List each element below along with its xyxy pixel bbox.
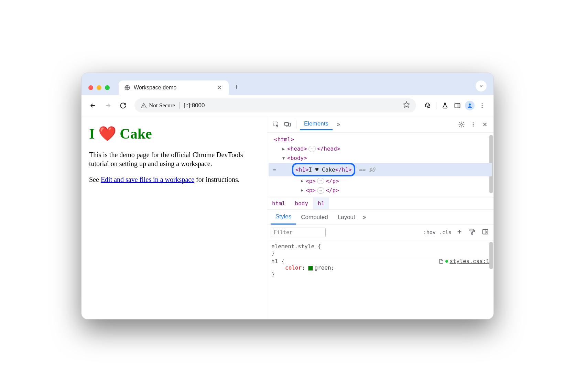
property-name[interactable]: color	[285, 264, 302, 271]
minimize-window-button[interactable]	[97, 85, 101, 90]
labs-button[interactable]	[439, 100, 451, 111]
property-value[interactable]: green;	[314, 264, 334, 271]
tutorial-link[interactable]: Edit and save files in a workspace	[101, 176, 194, 183]
breadcrumb-body[interactable]: body	[290, 197, 313, 209]
tag-text: <p>	[306, 186, 316, 195]
computed-tab[interactable]: Computed	[296, 210, 333, 224]
tag-text: <p>	[306, 176, 316, 186]
devtools-panel: Elements » <html>	[267, 116, 493, 319]
svg-point-5	[482, 107, 483, 108]
element-style-rule[interactable]: element.style { }	[271, 242, 489, 257]
layout-tab[interactable]: Layout	[333, 210, 360, 224]
styles-filter-input[interactable]: Filter	[271, 228, 326, 237]
svg-rect-7	[285, 122, 289, 125]
breadcrumb-h1[interactable]: h1	[313, 197, 329, 209]
browser-toolbar: Not Secure [::]:8000	[82, 95, 493, 116]
dom-node-head[interactable]: ▶ <head> ⋯ </head>	[269, 144, 492, 153]
selection-highlight: <h1>I ♥ Cake</h1>	[292, 163, 355, 176]
file-icon	[438, 259, 444, 264]
dom-tree[interactable]: <html> ▶ <head> ⋯ </head> ▼ <body> ⋯ <h1…	[267, 133, 493, 197]
forward-button[interactable]	[102, 100, 114, 111]
color-swatch-icon[interactable]	[308, 266, 313, 271]
inspect-element-button[interactable]	[271, 120, 281, 129]
security-indicator[interactable]: Not Secure	[141, 102, 175, 109]
dom-node-p2[interactable]: ▶ <p> ⋯ </p>	[269, 186, 492, 195]
tag-text: </p>	[326, 186, 339, 195]
expand-icon[interactable]: ▶	[301, 187, 305, 194]
rule-close: }	[271, 271, 489, 277]
new-style-rule-button[interactable]	[455, 229, 464, 236]
bookmark-button[interactable]	[403, 101, 410, 110]
svg-point-10	[473, 122, 474, 123]
maximize-window-button[interactable]	[105, 85, 110, 90]
dom-node-h1-selected[interactable]: ⋯ <h1>I ♥ Cake</h1> == $0	[269, 163, 492, 176]
computed-styles-toggle-button[interactable]	[480, 228, 490, 237]
svg-point-3	[482, 103, 483, 104]
styles-rules[interactable]: element.style { } styles.css:1 h1 { colo…	[267, 240, 493, 280]
p2-prefix: See	[89, 176, 101, 183]
h1-style-rule[interactable]: styles.css:1 h1 { color: green; }	[271, 257, 489, 278]
collapse-icon[interactable]: ▼	[282, 155, 286, 162]
dom-node-html[interactable]: <html>	[269, 135, 492, 144]
tag-text: <html>	[274, 135, 294, 144]
svg-rect-14	[471, 233, 473, 235]
tag-text: <head>	[287, 144, 307, 153]
tag-text: <body>	[287, 153, 307, 163]
svg-point-2	[469, 104, 471, 106]
tab-strip: Workspace demo ✕ +	[82, 73, 493, 95]
device-toolbar-button[interactable]	[282, 120, 293, 129]
styles-tab[interactable]: Styles	[271, 210, 296, 225]
cls-button[interactable]: .cls	[439, 229, 452, 236]
breadcrumb-html[interactable]: html	[267, 197, 290, 209]
close-devtools-button[interactable]	[480, 120, 490, 129]
dom-node-body[interactable]: ▼ <body>	[269, 153, 492, 163]
dom-node-p1[interactable]: ▶ <p> ⋯ </p>	[269, 176, 492, 186]
new-tab-button[interactable]: +	[229, 83, 244, 95]
window-controls	[88, 85, 119, 95]
svg-point-12	[473, 126, 474, 127]
ellipsis-icon[interactable]: ⋯	[308, 146, 316, 152]
ellipsis-icon[interactable]: ⋯	[317, 187, 324, 194]
svg-rect-13	[470, 229, 473, 231]
rule-selector: h1 {	[271, 258, 285, 264]
page-heading: I ❤️ Cake	[89, 125, 259, 142]
side-panel-button[interactable]	[452, 100, 463, 111]
profile-button[interactable]	[464, 100, 476, 111]
styles-toolbar: Filter :hov .cls	[267, 225, 493, 240]
hov-button[interactable]: :hov	[423, 229, 436, 236]
scrollbar[interactable]	[489, 242, 493, 269]
styles-tabbar: Styles Computed Layout »	[267, 210, 493, 225]
extensions-button[interactable]	[422, 100, 433, 111]
expand-icon[interactable]: ▶	[282, 145, 286, 152]
paint-format-button[interactable]	[467, 228, 477, 237]
address-bar[interactable]: Not Secure [::]:8000	[134, 98, 416, 112]
elements-tab[interactable]: Elements	[300, 118, 333, 130]
close-tab-button[interactable]: ✕	[215, 84, 223, 91]
svg-point-9	[461, 123, 463, 125]
saved-dot-icon	[445, 260, 448, 263]
svg-rect-8	[289, 123, 290, 126]
devtools-menu-button[interactable]	[468, 120, 478, 129]
close-window-button[interactable]	[88, 85, 93, 90]
row-actions-icon[interactable]: ⋯	[271, 164, 278, 175]
source-link[interactable]: styles.css:1	[438, 258, 489, 264]
back-button[interactable]	[87, 100, 99, 111]
source-text: styles.css:1	[449, 258, 489, 264]
svg-rect-1	[455, 103, 460, 108]
expand-icon[interactable]: ▶	[301, 177, 305, 184]
more-tabs-button[interactable]: »	[334, 121, 343, 128]
security-label: Not Secure	[149, 102, 175, 109]
dom-breadcrumb: html body h1	[267, 197, 493, 210]
p2-suffix: for instructions.	[194, 176, 240, 183]
more-styles-tabs-button[interactable]: »	[360, 214, 369, 221]
browser-tab[interactable]: Workspace demo ✕	[119, 80, 229, 95]
menu-button[interactable]	[476, 100, 488, 111]
page-viewport: I ❤️ Cake This is the demo page for the …	[82, 116, 267, 319]
content-area: I ❤️ Cake This is the demo page for the …	[82, 116, 493, 319]
settings-button[interactable]	[456, 120, 467, 129]
ellipsis-icon[interactable]: ⋯	[317, 178, 324, 184]
tab-search-button[interactable]	[476, 80, 487, 91]
reload-button[interactable]	[117, 100, 129, 111]
heading-text-prefix: I	[89, 126, 98, 142]
tag-text: </p>	[326, 176, 339, 186]
